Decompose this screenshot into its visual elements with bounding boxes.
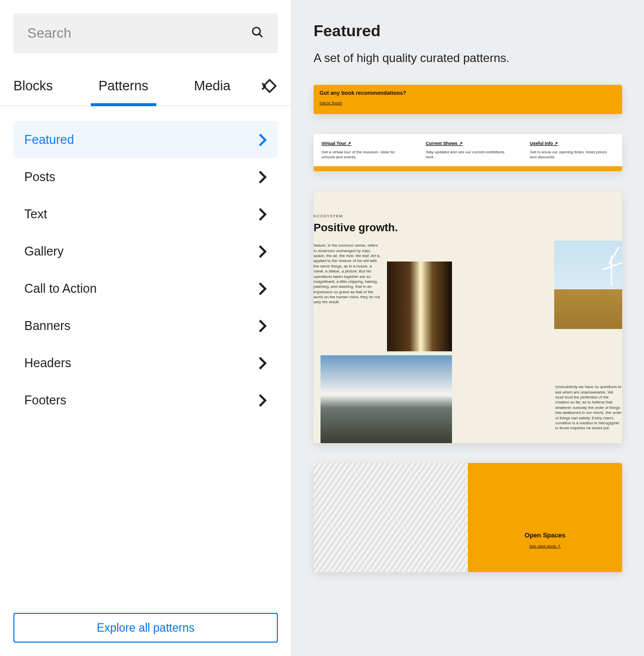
pattern2-col2-head: Current Shows ↗ bbox=[426, 141, 510, 146]
pattern4-title: Open Spaces bbox=[524, 531, 565, 539]
preview-pane: Featured A set of high quality curated p… bbox=[292, 0, 644, 656]
category-label: Posts bbox=[24, 170, 56, 184]
inserter-sidebar: Blocks Patterns Media Featured Posts Tex… bbox=[0, 0, 292, 656]
svg-line-1 bbox=[259, 34, 262, 37]
chevron-right-icon bbox=[258, 170, 267, 184]
windmill-image bbox=[554, 241, 622, 329]
pattern3-right-text: Undoubtedly we have no questions to ask … bbox=[555, 385, 622, 431]
pattern-preview-three-links[interactable]: Virtual Tour ↗ Get a virtual tour of the… bbox=[314, 134, 622, 171]
pattern4-link: See case study ↗ bbox=[529, 544, 561, 548]
category-call-to-action[interactable]: Call to Action bbox=[13, 270, 278, 307]
search-icon bbox=[251, 26, 264, 41]
pattern1-link: Get In Touch bbox=[320, 101, 616, 105]
detach-icon[interactable] bbox=[259, 77, 278, 96]
svg-point-0 bbox=[253, 27, 260, 35]
category-featured[interactable]: Featured bbox=[13, 121, 278, 158]
search-input[interactable] bbox=[27, 25, 251, 41]
tab-patterns[interactable]: Patterns bbox=[91, 66, 157, 106]
pattern1-title: Got any book recommendations? bbox=[320, 90, 616, 96]
open-spaces-texture-image bbox=[314, 463, 468, 572]
category-text[interactable]: Text bbox=[13, 196, 278, 233]
tab-media[interactable]: Media bbox=[186, 66, 239, 106]
preview-title: Featured bbox=[314, 22, 622, 40]
category-label: Featured bbox=[24, 132, 74, 147]
search-box[interactable] bbox=[13, 13, 278, 53]
forest-image bbox=[387, 262, 452, 351]
explore-button-container: Explore all patterns bbox=[0, 613, 291, 656]
chevron-right-icon bbox=[258, 133, 267, 147]
inserter-tabs: Blocks Patterns Media bbox=[0, 66, 291, 106]
category-headers[interactable]: Headers bbox=[13, 344, 278, 382]
pattern-preview-open-spaces[interactable]: Open Spaces See case study ↗ bbox=[314, 463, 622, 572]
pattern3-eyebrow: ECOSYSTEM bbox=[314, 191, 622, 221]
pattern2-col1-head: Virtual Tour ↗ bbox=[322, 141, 406, 146]
explore-all-patterns-button[interactable]: Explore all patterns bbox=[13, 613, 278, 643]
chevron-right-icon bbox=[258, 245, 267, 259]
pattern2-col1-text: Get a virtual tour of the museum. Ideal … bbox=[322, 150, 406, 159]
category-label: Headers bbox=[24, 356, 71, 370]
category-label: Footers bbox=[24, 393, 66, 407]
pattern2-col3-text: Get to know our opening times, ticket pr… bbox=[530, 150, 614, 159]
pattern-preview-cta-book[interactable]: Got any book recommendations? Get In Tou… bbox=[314, 85, 622, 114]
chevron-right-icon bbox=[258, 356, 267, 370]
chevron-right-icon bbox=[258, 282, 267, 296]
coast-image bbox=[321, 355, 452, 443]
category-footers[interactable]: Footers bbox=[13, 382, 278, 419]
pattern-categories: Featured Posts Text Gallery Call to Acti… bbox=[0, 106, 291, 613]
pattern3-body: Nature, in the common sense, refers to e… bbox=[314, 243, 381, 305]
pattern2-col3-head: Useful Info ↗ bbox=[530, 141, 614, 146]
pattern-preview-positive-growth[interactable]: ECOSYSTEM Positive growth. Nature, in th… bbox=[314, 191, 622, 443]
chevron-right-icon bbox=[258, 207, 267, 221]
chevron-right-icon bbox=[258, 394, 267, 407]
search-container bbox=[0, 0, 291, 66]
category-label: Text bbox=[24, 207, 47, 221]
preview-subtitle: A set of high quality curated patterns. bbox=[314, 51, 622, 65]
category-label: Call to Action bbox=[24, 281, 97, 296]
category-posts[interactable]: Posts bbox=[13, 158, 278, 196]
category-label: Banners bbox=[24, 319, 70, 333]
pattern2-col2-text: Stay updated and see our current exhibit… bbox=[426, 150, 510, 159]
chevron-right-icon bbox=[258, 319, 267, 333]
pattern3-title: Positive growth. bbox=[314, 221, 622, 234]
category-label: Gallery bbox=[24, 244, 64, 259]
tab-blocks[interactable]: Blocks bbox=[13, 66, 61, 106]
category-gallery[interactable]: Gallery bbox=[13, 233, 278, 270]
category-banners[interactable]: Banners bbox=[13, 307, 278, 344]
